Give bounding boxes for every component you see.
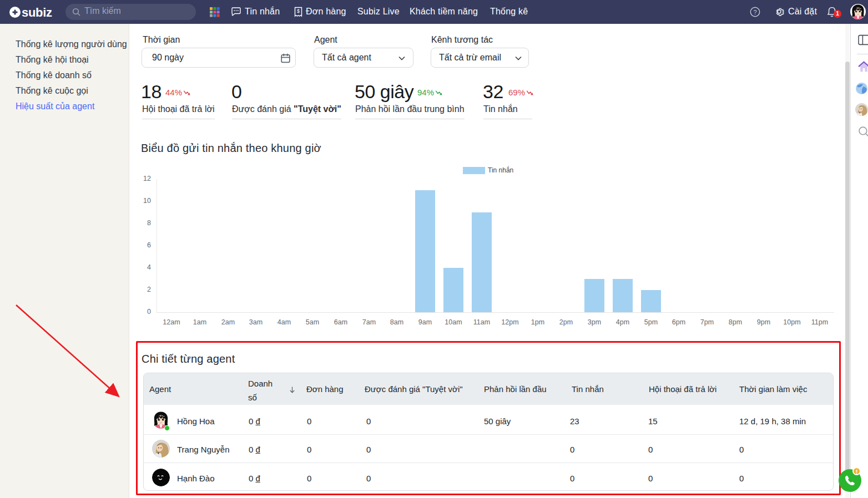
svg-text:subiz: subiz [22,6,52,19]
svg-text:$: $ [297,8,300,14]
svg-text:?: ? [753,9,756,16]
